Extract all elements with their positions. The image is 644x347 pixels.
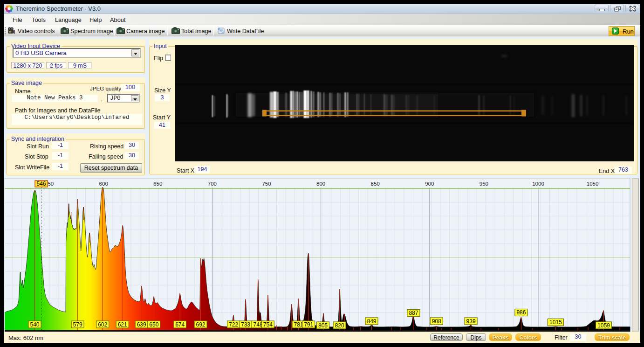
svg-text:600: 600: [99, 181, 108, 187]
svg-text:849: 849: [367, 318, 376, 325]
svg-text:900: 900: [425, 181, 434, 187]
svg-text:722: 722: [229, 321, 238, 328]
svg-text:800: 800: [316, 181, 325, 187]
svg-text:1000: 1000: [532, 181, 544, 187]
svg-text:692: 692: [196, 321, 205, 328]
svg-text:674: 674: [175, 321, 185, 328]
svg-text:781: 781: [294, 321, 303, 328]
svg-text:950: 950: [480, 181, 488, 187]
svg-text:1059: 1059: [597, 322, 610, 329]
svg-text:540: 540: [30, 321, 39, 328]
svg-text:850: 850: [371, 181, 380, 187]
svg-text:908: 908: [432, 318, 441, 325]
svg-text:939: 939: [466, 318, 476, 325]
svg-text:820: 820: [335, 322, 344, 329]
svg-text:986: 986: [516, 309, 526, 316]
svg-text:733: 733: [241, 321, 250, 328]
svg-text:754: 754: [263, 321, 273, 328]
svg-text:1050: 1050: [587, 181, 599, 187]
svg-text:887: 887: [409, 310, 418, 316]
svg-text:639: 639: [137, 321, 146, 328]
svg-text:791: 791: [304, 321, 313, 328]
svg-text:805: 805: [318, 322, 328, 329]
svg-text:1015: 1015: [549, 319, 562, 326]
svg-text:650: 650: [153, 181, 162, 187]
svg-text:750: 750: [262, 181, 271, 187]
svg-text:650: 650: [149, 321, 158, 328]
svg-text:602: 602: [98, 321, 107, 328]
svg-text:546: 546: [36, 180, 46, 187]
svg-text:700: 700: [208, 181, 217, 187]
svg-text:579: 579: [73, 321, 82, 328]
svg-text:621: 621: [118, 321, 127, 328]
